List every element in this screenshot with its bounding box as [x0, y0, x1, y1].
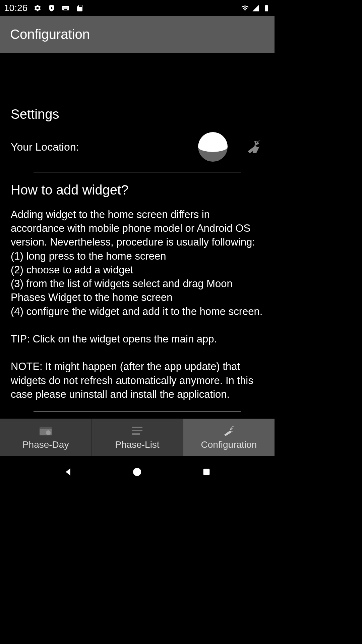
- home-button[interactable]: [129, 464, 145, 480]
- svg-rect-8: [203, 469, 209, 475]
- back-button[interactable]: [60, 464, 76, 480]
- location-row: Your Location:: [11, 132, 264, 162]
- recent-icon: [202, 467, 211, 477]
- calendar-icon: [38, 425, 53, 436]
- settings-heading: Settings: [11, 107, 264, 122]
- home-icon: [132, 467, 142, 477]
- wrench-icon: [222, 425, 236, 436]
- location-icons: [198, 132, 264, 162]
- tab-label: Phase-Day: [22, 439, 69, 450]
- divider: [34, 172, 241, 172]
- status-time: 10:26: [4, 3, 27, 13]
- app-bar: Configuration: [0, 16, 275, 53]
- page-title: Configuration: [10, 27, 90, 42]
- tab-label: Configuration: [201, 439, 257, 450]
- svg-rect-6: [132, 433, 140, 435]
- status-right-group: [241, 4, 270, 12]
- divider: [34, 411, 241, 412]
- system-nav-bar: [0, 456, 275, 488]
- battery-icon: [262, 4, 270, 12]
- gear-icon: [34, 4, 42, 12]
- svg-rect-2: [40, 427, 52, 429]
- svg-point-7: [133, 468, 141, 476]
- play-shield-icon: [48, 4, 56, 12]
- moon-phase-icon[interactable]: [198, 132, 228, 162]
- tab-phase-list[interactable]: Phase-List: [92, 419, 183, 456]
- howto-body: Adding widget to the home screen differs…: [11, 208, 264, 401]
- tab-configuration[interactable]: Configuration: [183, 419, 275, 456]
- tab-phase-day[interactable]: Phase-Day: [0, 419, 91, 456]
- location-label: Your Location:: [11, 141, 79, 153]
- signal-icon: [252, 4, 260, 12]
- bottom-nav: Phase-Day Phase-List Configuration: [0, 419, 275, 456]
- content-area: Settings Your Location: How to add widge…: [0, 53, 275, 419]
- back-icon: [63, 467, 73, 477]
- svg-point-3: [46, 430, 51, 435]
- status-bar: 10:26: [0, 0, 275, 16]
- svg-rect-5: [132, 430, 142, 431]
- wifi-icon: [241, 4, 249, 12]
- status-left-group: 10:26: [4, 3, 84, 13]
- wrench-icon[interactable]: [246, 141, 264, 153]
- list-icon: [130, 425, 144, 436]
- recent-button[interactable]: [198, 464, 215, 480]
- howto-heading: How to add widget?: [11, 182, 264, 198]
- svg-rect-4: [132, 427, 142, 428]
- tab-label: Phase-List: [115, 439, 159, 450]
- keyboard-icon: [62, 4, 70, 12]
- sd-card-icon: [76, 4, 84, 12]
